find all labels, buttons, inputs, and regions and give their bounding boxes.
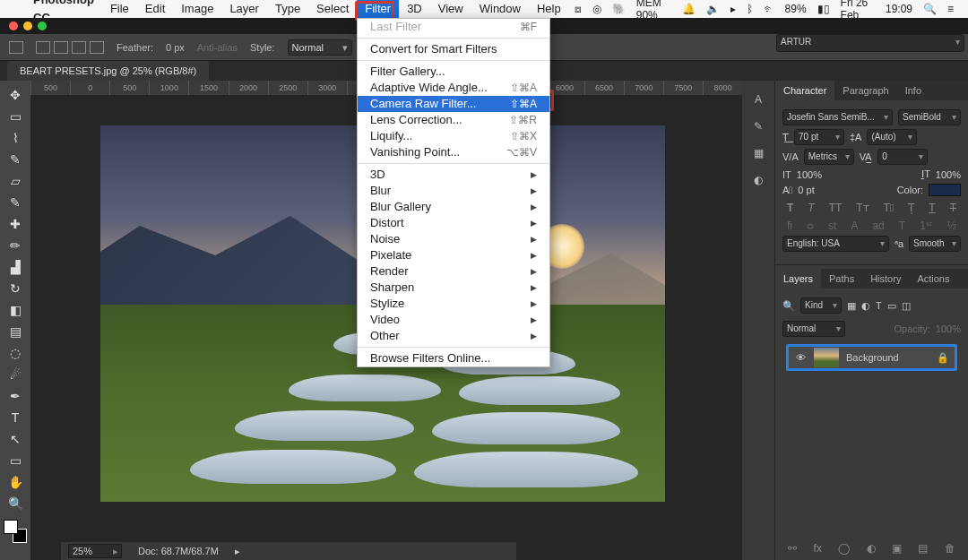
menu-layer[interactable]: Layer [221, 0, 267, 18]
bt-icon[interactable]: ᛒ [741, 3, 758, 15]
gradient-tool-icon[interactable]: ▤ [4, 322, 27, 341]
cc-icon[interactable]: ◎ [587, 3, 607, 15]
tool-preset-icon[interactable] [9, 41, 23, 54]
allcaps-button[interactable]: TT [829, 202, 843, 214]
mi-blur-gallery[interactable]: Blur Gallery [358, 199, 549, 215]
underline-button[interactable]: T [929, 202, 935, 214]
new-layer-icon[interactable]: ▤ [918, 542, 928, 555]
smallcaps-button[interactable]: Tᴛ [856, 202, 869, 214]
layer-mask-icon[interactable]: ◯ [838, 542, 850, 555]
style-select[interactable]: Normal [288, 39, 352, 56]
pen-tool-icon[interactable]: ✒ [4, 386, 27, 406]
menu-type[interactable]: Type [267, 0, 308, 18]
tracking-select[interactable]: 0 [877, 149, 928, 165]
menu-image[interactable]: Image [173, 0, 221, 18]
font-weight-select[interactable]: SemiBold [898, 109, 961, 125]
play-icon[interactable]: ▸ [725, 3, 741, 15]
marquee-tool-icon[interactable]: ▭ [4, 107, 27, 126]
dropbox-icon[interactable]: ⧈ [569, 3, 587, 15]
mi-vanishing-point[interactable]: Vanishing Point...⌥⌘V [358, 144, 549, 160]
lang-select[interactable]: English: USA [782, 236, 889, 252]
lasso-tool-icon[interactable]: ⌇ [4, 128, 27, 148]
filter-kind-select[interactable]: Kind [800, 297, 842, 314]
intersect-selection-icon[interactable] [90, 41, 104, 54]
feather-value[interactable]: 0 px [166, 42, 185, 53]
evernote-icon[interactable]: 🐘 [607, 3, 631, 15]
move-tool-icon[interactable]: ✥ [4, 85, 27, 105]
add-selection-icon[interactable] [54, 41, 68, 54]
mi-adaptive-wide-angle[interactable]: Adaptive Wide Angle...⇧⌘A [358, 80, 549, 96]
faux-italic-button[interactable]: T [808, 202, 814, 214]
wifi-icon[interactable]: ᯤ [758, 3, 780, 15]
adj-layer-icon[interactable]: ◐ [867, 542, 876, 555]
status-arrow-icon[interactable]: ▸ [235, 546, 240, 557]
hand-tool-icon[interactable]: ✋ [4, 472, 27, 492]
dodge-tool-icon[interactable]: ☄ [4, 365, 27, 384]
tab-info[interactable]: Info [897, 81, 929, 100]
menu-filter[interactable]: Filter [357, 0, 399, 18]
zoom-field[interactable]: 25% [68, 544, 122, 558]
kerning-select[interactable]: Metrics [804, 149, 854, 165]
filter-icon[interactable]: 🔍 [782, 300, 795, 312]
color-swatches[interactable] [4, 520, 27, 543]
subtract-selection-icon[interactable] [72, 41, 86, 54]
history-brush-tool-icon[interactable]: ↻ [4, 279, 27, 298]
menu-window[interactable]: Window [471, 0, 529, 18]
tab-history[interactable]: History [862, 269, 909, 289]
tab-character[interactable]: Character [775, 81, 834, 100]
visibility-icon[interactable]: 👁 [794, 352, 807, 363]
faux-bold-button[interactable]: T [787, 202, 793, 214]
layer-thumbnail[interactable] [814, 348, 839, 367]
subscript-button[interactable]: T̩ [908, 202, 914, 214]
mi-camera-raw-filter[interactable]: Camera Raw Filter...⇧⌘A [358, 96, 549, 112]
layer-row-background[interactable]: 👁 Background 🔒 [786, 344, 957, 371]
tab-paths[interactable]: Paths [821, 269, 862, 289]
layer-fx-icon[interactable]: fx [814, 542, 822, 555]
mi-liquify[interactable]: Liquify...⇧⌘X [358, 128, 549, 144]
mi-distort[interactable]: Distort [358, 215, 549, 231]
superscript-button[interactable]: Tͥ [884, 202, 895, 214]
font-family-select[interactable]: Josefin Sans SemiB... [782, 109, 893, 125]
group-icon[interactable]: ▣ [892, 542, 902, 555]
quick-select-tool-icon[interactable]: ✎ [4, 150, 27, 169]
menu-3d[interactable]: 3D [399, 0, 430, 18]
blur-tool-icon[interactable]: ◌ [4, 343, 27, 363]
new-selection-icon[interactable] [36, 41, 50, 54]
minimize-window-button[interactable] [23, 22, 32, 30]
filter-type-icon[interactable]: T [876, 300, 882, 311]
brush-panel-icon[interactable]: ✎ [747, 116, 770, 137]
brush-tool-icon[interactable]: ✏ [4, 236, 27, 255]
crop-tool-icon[interactable]: ▱ [4, 171, 27, 191]
strike-button[interactable]: T [950, 202, 956, 214]
battery-icon[interactable]: ▮▯ [812, 3, 835, 15]
tab-paragraph[interactable]: Paragraph [834, 81, 896, 100]
filter-pixel-icon[interactable]: ▦ [847, 300, 856, 312]
font-size-select[interactable]: 70 pt [794, 129, 844, 145]
link-layers-icon[interactable]: ⚯ [788, 542, 797, 555]
mi-filter-gallery[interactable]: Filter Gallery... [358, 64, 549, 80]
mi-video[interactable]: Video [358, 312, 549, 328]
filter-adj-icon[interactable]: ◐ [861, 300, 870, 312]
document-tab[interactable]: BEART PRESETS.jpg @ 25% (RGB/8#) [7, 61, 209, 81]
stamp-tool-icon[interactable]: ▟ [4, 257, 27, 277]
swatches-panel-icon[interactable]: ▦ [747, 142, 770, 164]
trash-icon[interactable]: 🗑 [945, 542, 955, 555]
text-color-swatch[interactable] [929, 184, 961, 196]
mi-browse-online[interactable]: Browse Filters Online... [358, 350, 549, 366]
hscale-value[interactable]: 100% [936, 169, 961, 180]
bell-icon[interactable]: 🔔 [677, 3, 701, 15]
menu-help[interactable]: Help [529, 0, 569, 18]
tab-layers[interactable]: Layers [775, 269, 821, 289]
shape-tool-icon[interactable]: ▭ [4, 451, 27, 470]
healing-tool-icon[interactable]: ✚ [4, 214, 27, 234]
mi-noise[interactable]: Noise [358, 231, 549, 247]
path-select-tool-icon[interactable]: ↖ [4, 429, 27, 449]
mi-sharpen[interactable]: Sharpen [358, 280, 549, 296]
app-name[interactable]: Photoshop CC [25, 0, 102, 27]
filter-shape-icon[interactable]: ▭ [887, 300, 896, 312]
filter-smart-icon[interactable]: ◫ [902, 300, 911, 312]
type-tool-icon[interactable]: T [4, 408, 27, 427]
menu-view[interactable]: View [430, 0, 471, 18]
mi-convert-smart[interactable]: Convert for Smart Filters [358, 41, 549, 57]
mi-render[interactable]: Render [358, 263, 549, 280]
